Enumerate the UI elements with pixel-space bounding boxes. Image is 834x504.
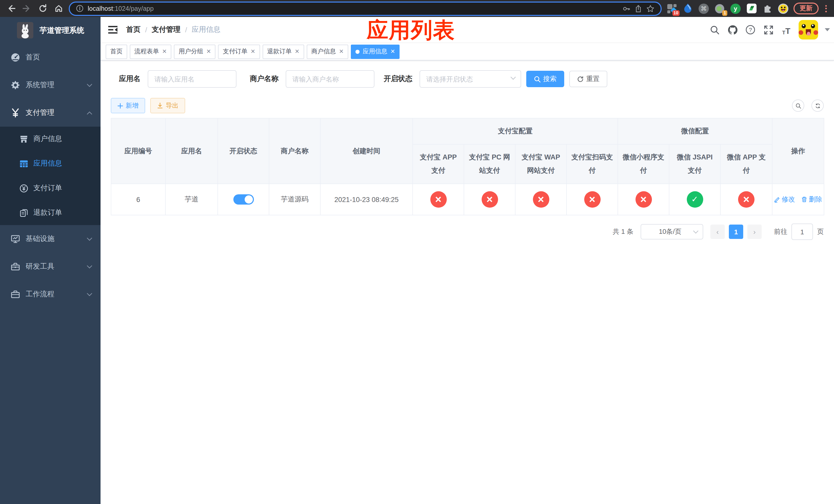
app-name-input[interactable] [148, 75, 236, 83]
sidebar-item-payment[interactable]: 支付管理 [0, 99, 101, 127]
sidebar-item-home[interactable]: 首页 [0, 44, 101, 71]
cell-actions: 修改 删除 [772, 184, 824, 215]
page-annotation: 应用列表 [367, 19, 455, 42]
search-button[interactable]: 搜索 [526, 71, 564, 87]
extension-command-icon[interactable]: ⌘ [698, 3, 709, 14]
url-bar[interactable]: localhost:1024/pay/app [69, 1, 662, 16]
breadcrumb-home[interactable]: 首页 [126, 25, 140, 35]
tab-process-form[interactable]: 流程表单✕ [130, 44, 171, 59]
sidebar-logo[interactable]: 芋道管理系统 [0, 17, 101, 44]
toolbox-icon [9, 262, 22, 271]
sidebar: 芋道管理系统 首页 系统管理 [0, 17, 101, 504]
merchant-name-label: 商户名称 [250, 74, 279, 84]
url-text: localhost:1024/pay/app [88, 5, 154, 12]
user-avatar[interactable] [798, 20, 818, 40]
extension-y-icon[interactable]: y [730, 3, 741, 14]
reset-button[interactable]: 重置 [569, 71, 607, 87]
sidebar-item-refund-orders[interactable]: 退款订单 [0, 201, 101, 225]
hide-search-button[interactable] [792, 99, 804, 112]
breadcrumb-payment[interactable]: 支付管理 [152, 25, 180, 35]
sidebar-item-dev-tools[interactable]: 研发工具 [0, 253, 101, 280]
wechat-jsapi-status-icon [686, 191, 703, 208]
gear-icon [9, 81, 22, 90]
col-alipay-qr: 支付宝扫码支付 [567, 144, 618, 184]
font-size-icon[interactable]: TT [781, 24, 792, 36]
alipay-wap-status-icon [533, 191, 549, 208]
bookmark-star-icon[interactable] [646, 4, 655, 13]
refresh-button[interactable] [811, 99, 824, 112]
tab-user-group[interactable]: 用户分组✕ [174, 44, 215, 59]
pagination: 共 1 条 10条/页 ‹ 1 › 前往 页 [111, 224, 824, 240]
document-icon [20, 208, 28, 217]
merchant-name-input[interactable] [286, 75, 374, 83]
site-info-icon[interactable] [76, 5, 84, 12]
tab-merchant-info[interactable]: 商户信息✕ [307, 44, 348, 59]
next-page-button[interactable]: › [747, 225, 762, 239]
top-navbar: 首页 / 支付管理 / 应用信息 ? [101, 17, 834, 43]
extension-badge: 1 [722, 10, 727, 16]
prev-page-button[interactable]: ‹ [710, 225, 725, 239]
share-icon[interactable] [635, 4, 642, 13]
sidebar-item-merchant-info[interactable]: 商户信息 [0, 127, 101, 151]
extension-emoji-icon[interactable] [777, 3, 789, 14]
delete-link[interactable]: 删除 [801, 195, 822, 204]
tab-home[interactable]: 首页 [106, 44, 127, 59]
col-wechat-app: 微信 APP 支付 [720, 144, 772, 184]
extension-flag-icon[interactable] [746, 3, 757, 14]
chevron-down-icon [87, 265, 92, 269]
export-button[interactable]: 导出 [150, 98, 185, 113]
goto-page-input[interactable] [791, 224, 813, 240]
password-key-icon[interactable] [622, 4, 630, 13]
tab-refund-orders[interactable]: 退款订单✕ [262, 44, 304, 59]
browser-menu-icon[interactable] [823, 5, 829, 12]
col-wechat-jsapi: 微信 JSAPI 支付 [669, 144, 720, 184]
browser-forward-button[interactable] [21, 3, 32, 14]
fullscreen-icon[interactable] [763, 24, 774, 36]
sidebar-item-infrastructure[interactable]: 基础设施 [0, 225, 101, 253]
browser-reload-button[interactable] [37, 3, 48, 14]
app-name-input-wrap [148, 70, 237, 88]
sidebar-item-app-info[interactable]: 应用信息 [0, 151, 101, 176]
close-icon[interactable]: ✕ [162, 49, 167, 54]
col-wechat-mini: 微信小程序支付 [618, 144, 669, 184]
merchant-name-input-wrap [286, 70, 374, 88]
close-icon[interactable]: ✕ [339, 49, 344, 54]
extension-proxy-icon[interactable]: 1 [714, 3, 725, 14]
goto-suffix: 页 [817, 227, 824, 236]
close-icon[interactable]: ✕ [206, 49, 211, 54]
close-icon[interactable]: ✕ [390, 49, 395, 54]
sidebar-collapse-icon[interactable] [108, 25, 118, 35]
extension-drop-icon[interactable] [682, 3, 694, 14]
page-size-select[interactable]: 10条/页 [641, 224, 703, 239]
close-icon[interactable]: ✕ [295, 49, 299, 54]
tab-app-info-active[interactable]: 应用信息✕ [351, 44, 399, 59]
goto-label: 前往 [774, 227, 787, 236]
status-select-input[interactable] [420, 75, 521, 83]
browser-toolbar: localhost:1024/pay/app 10 ⌘ 1 [0, 0, 834, 17]
sidebar-item-pay-orders[interactable]: 支付订单 [0, 176, 101, 201]
extension-tampermonkey-icon[interactable]: 10 [666, 3, 678, 14]
help-icon[interactable]: ? [745, 24, 756, 36]
col-alipay-wap: 支付宝 WAP 网站支付 [515, 144, 567, 184]
search-icon[interactable] [709, 24, 720, 36]
sidebar-item-workflow[interactable]: 工作流程 [0, 280, 101, 308]
browser-home-button[interactable] [53, 3, 64, 14]
github-icon[interactable] [727, 24, 738, 36]
main-area: 应用列表 首页 / 支付管理 / 应用信息 [101, 17, 834, 504]
group-alipay-config: 支付宝配置 [413, 118, 618, 144]
extension-puzzle-icon[interactable] [762, 3, 773, 14]
sidebar-item-system[interactable]: 系统管理 [0, 71, 101, 99]
edit-link[interactable]: 修改 [774, 195, 795, 204]
browser-update-button[interactable]: 更新 [793, 3, 819, 14]
add-button[interactable]: 新增 [111, 98, 145, 113]
current-page[interactable]: 1 [729, 225, 743, 239]
cell-merchant: 芋道源码 [269, 184, 320, 215]
cell-app-id: 6 [111, 184, 166, 215]
avatar-caret-icon[interactable] [825, 28, 830, 31]
tab-pay-orders[interactable]: 支付订单✕ [218, 44, 260, 59]
close-icon[interactable]: ✕ [250, 49, 255, 54]
browser-back-button[interactable] [5, 3, 16, 14]
status-toggle[interactable] [233, 194, 254, 205]
app-title: 芋道管理系统 [40, 25, 84, 35]
status-select[interactable] [420, 70, 521, 88]
